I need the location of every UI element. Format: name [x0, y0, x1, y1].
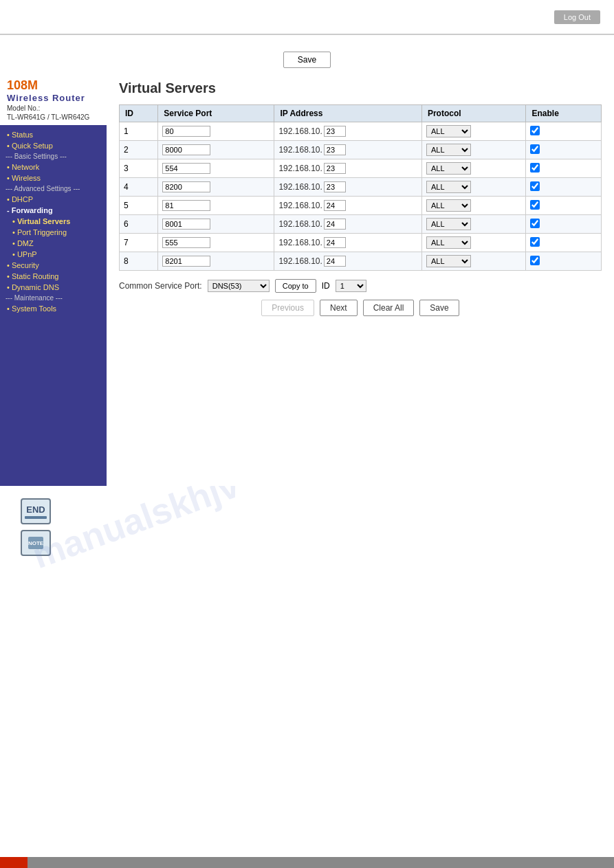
- sidebar-item-system-tools[interactable]: • System Tools: [0, 303, 107, 314]
- table-row: 2192.168.10.ALLTCPUDP: [120, 141, 602, 159]
- row-service-port: [158, 197, 274, 215]
- note-icon: NOTE: [21, 530, 51, 556]
- clear-all-button[interactable]: Clear All: [363, 300, 415, 316]
- protocol-select[interactable]: ALLTCPUDP: [426, 125, 471, 137]
- service-port-input[interactable]: [162, 126, 210, 137]
- sidebar-section-advanced: --- Advanced Settings ---: [0, 183, 107, 194]
- row-enable: [526, 215, 602, 234]
- sidebar-section-maintenance: --- Maintenance ---: [0, 293, 107, 303]
- main-layout: 108M Wireless Router Model No.: TL-WR641…: [0, 74, 614, 486]
- row-protocol: ALLTCPUDP: [421, 122, 526, 141]
- enable-checkbox[interactable]: [530, 256, 540, 265]
- service-port-input[interactable]: [162, 256, 210, 267]
- enable-checkbox[interactable]: [530, 237, 540, 247]
- sidebar-item-port-triggering[interactable]: • Port Triggering: [0, 227, 107, 238]
- protocol-select[interactable]: ALLTCPUDP: [426, 181, 471, 193]
- sidebar-item-quicksetup[interactable]: • Quick Setup: [0, 140, 107, 151]
- row-id: 3: [120, 159, 158, 178]
- ip-prefix: 192.168.10.: [278, 126, 322, 136]
- csp-label: Common Service Port:: [119, 281, 202, 291]
- enable-checkbox[interactable]: [530, 126, 540, 135]
- sidebar-item-security[interactable]: • Security: [0, 260, 107, 271]
- enable-checkbox[interactable]: [530, 219, 540, 228]
- copy-to-button[interactable]: Copy to: [275, 279, 316, 293]
- sidebar-item-virtual-servers[interactable]: • Virtual Servers: [0, 216, 107, 227]
- sidebar-item-upnp[interactable]: • UPnP: [0, 249, 107, 260]
- ip-suffix-input[interactable]: [324, 181, 346, 192]
- table-row: 1192.168.10.ALLTCPUDP: [120, 122, 602, 141]
- ip-suffix-input[interactable]: [324, 144, 346, 155]
- row-enable: [526, 197, 602, 215]
- next-button[interactable]: Next: [320, 300, 358, 316]
- protocol-select[interactable]: ALLTCPUDP: [426, 218, 471, 230]
- bottom-controls: Common Service Port: DNS(53) HTTP(80) FT…: [119, 279, 602, 293]
- protocol-select[interactable]: ALLTCPUDP: [426, 144, 471, 156]
- col-enable: Enable: [526, 105, 602, 122]
- id-select[interactable]: 1234 5678: [336, 280, 366, 292]
- sidebar-item-dmz[interactable]: • DMZ: [0, 238, 107, 249]
- ip-suffix-input[interactable]: [324, 256, 346, 267]
- sidebar-item-dynamic-dns[interactable]: • Dynamic DNS: [0, 282, 107, 293]
- sidebar-item-network[interactable]: • Network: [0, 162, 107, 173]
- row-id: 8: [120, 252, 158, 271]
- row-ip-address: 192.168.10.: [274, 197, 422, 215]
- sidebar-item-wireless[interactable]: • Wireless: [0, 173, 107, 183]
- enable-checkbox[interactable]: [530, 181, 540, 191]
- ip-prefix: 192.168.10.: [278, 256, 322, 266]
- model-label: Model No.:: [7, 104, 100, 112]
- service-port-input[interactable]: [162, 163, 210, 174]
- row-id: 1: [120, 122, 158, 141]
- enable-checkbox[interactable]: [530, 163, 540, 173]
- ip-suffix-input[interactable]: [324, 163, 346, 174]
- logout-button[interactable]: Log Out: [554, 10, 600, 24]
- table-row: 6192.168.10.ALLTCPUDP: [120, 215, 602, 234]
- service-port-input[interactable]: [162, 219, 210, 230]
- sidebar-item-status[interactable]: • Status: [0, 129, 107, 140]
- row-protocol: ALLTCPUDP: [421, 178, 526, 197]
- enable-checkbox[interactable]: [530, 200, 540, 210]
- previous-button[interactable]: Previous: [261, 300, 314, 316]
- sidebar-item-forwarding[interactable]: - Forwarding: [0, 205, 107, 216]
- page-divider: [0, 34, 614, 35]
- save-button[interactable]: Save: [419, 300, 459, 316]
- top-bar: Log Out: [0, 0, 614, 34]
- watermark-area: manualskhjv END NOTE: [0, 486, 614, 623]
- row-enable: [526, 178, 602, 197]
- row-ip-address: 192.168.10.: [274, 122, 422, 141]
- row-service-port: [158, 159, 274, 178]
- row-protocol: ALLTCPUDP: [421, 141, 526, 159]
- enable-checkbox[interactable]: [530, 144, 540, 154]
- sidebar-item-dhcp[interactable]: • DHCP: [0, 194, 107, 205]
- col-service-port: Service Port: [158, 105, 274, 122]
- row-protocol: ALLTCPUDP: [421, 215, 526, 234]
- row-enable: [526, 141, 602, 159]
- ip-prefix: 192.168.10.: [278, 219, 322, 229]
- service-port-input[interactable]: [162, 181, 210, 192]
- protocol-select[interactable]: ALLTCPUDP: [426, 255, 471, 267]
- common-service-port-select[interactable]: DNS(53) HTTP(80) FTP(21) HTTPS(443) SMTP…: [208, 280, 270, 292]
- row-ip-address: 192.168.10.: [274, 178, 422, 197]
- protocol-select[interactable]: ALLTCPUDP: [426, 162, 471, 175]
- ip-suffix-input[interactable]: [324, 200, 346, 211]
- protocol-select[interactable]: ALLTCPUDP: [426, 236, 471, 249]
- ip-suffix-input[interactable]: [324, 237, 346, 248]
- sidebar-item-static-routing[interactable]: • Static Routing: [0, 271, 107, 282]
- ip-suffix-input[interactable]: [324, 219, 346, 230]
- top-save-button[interactable]: Save: [283, 52, 331, 68]
- ip-prefix: 192.168.10.: [278, 182, 322, 192]
- ip-prefix: 192.168.10.: [278, 164, 322, 173]
- service-port-input[interactable]: [162, 144, 210, 155]
- model-value: TL-WR641G / TL-WR642G: [7, 113, 100, 121]
- brand-name: 108M: [7, 79, 100, 93]
- row-service-port: [158, 122, 274, 141]
- service-port-input[interactable]: [162, 237, 210, 248]
- brand-sub: Wireless Router: [7, 93, 100, 103]
- row-protocol: ALLTCPUDP: [421, 252, 526, 271]
- action-buttons: Previous Next Clear All Save: [119, 300, 602, 316]
- ip-suffix-input[interactable]: [324, 126, 346, 137]
- row-ip-address: 192.168.10.: [274, 215, 422, 234]
- service-port-input[interactable]: [162, 200, 210, 211]
- row-service-port: [158, 234, 274, 252]
- end-icon-box: END: [21, 498, 614, 524]
- protocol-select[interactable]: ALLTCPUDP: [426, 199, 471, 212]
